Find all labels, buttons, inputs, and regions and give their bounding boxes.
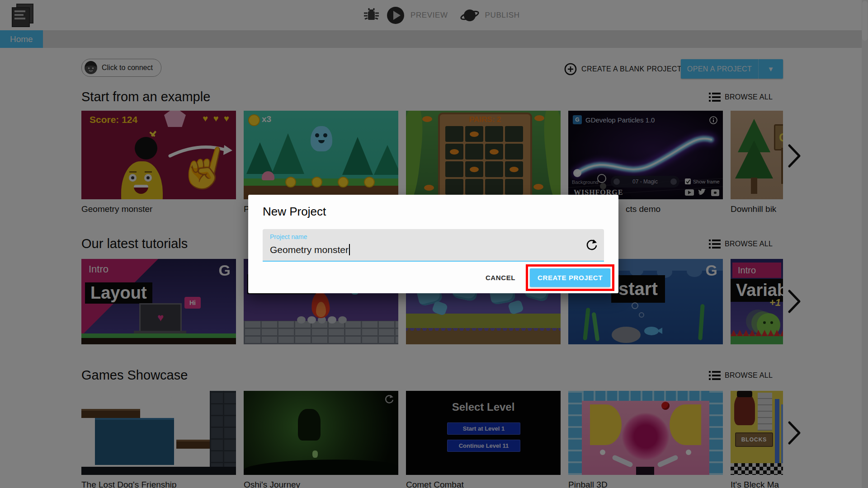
gdevelop-window: PREVIEW PUBLISH Home Click to connect — [0, 0, 868, 488]
project-name-input[interactable]: Project name Geometry monster — [263, 229, 604, 262]
refresh-icon[interactable] — [586, 239, 598, 251]
cancel-button[interactable]: CANCEL — [483, 270, 518, 285]
project-name-label: Project name — [270, 233, 307, 240]
new-project-dialog: New Project Project name Geometry monste… — [248, 195, 618, 293]
dialog-actions: CANCEL CREATE PROJECT — [483, 268, 610, 287]
create-project-button[interactable]: CREATE PROJECT — [530, 268, 610, 287]
project-name-value: Geometry monster — [270, 244, 349, 255]
text-cursor — [349, 244, 350, 255]
create-project-label: CREATE PROJECT — [538, 274, 603, 282]
dialog-title: New Project — [263, 205, 326, 219]
